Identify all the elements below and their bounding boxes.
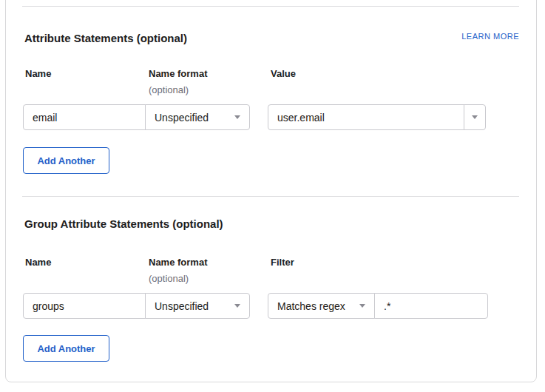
group-filter-value-input[interactable] <box>374 293 488 319</box>
value-column-label: Value <box>271 68 296 79</box>
attribute-statement-row: Unspecified <box>23 104 486 130</box>
settings-card <box>5 0 537 382</box>
column-gap <box>250 293 268 319</box>
group-attribute-statement-row: Unspecified Matches regex <box>23 293 488 319</box>
attribute-value-dropdown-button[interactable] <box>464 104 486 130</box>
attribute-name-input[interactable] <box>23 104 146 130</box>
name-format-optional-note: (optional) <box>149 84 189 95</box>
group-name-column-label: Name <box>25 257 51 268</box>
group-filter-type-select[interactable]: Matches regex <box>268 293 375 319</box>
group-name-format-selected-value: Unspecified <box>155 300 209 312</box>
section-divider <box>22 196 519 197</box>
add-another-attribute-button[interactable]: Add Another <box>23 147 109 174</box>
group-name-format-column-label: Name format <box>149 257 207 268</box>
group-name-format-optional-note: (optional) <box>149 273 189 284</box>
column-gap <box>250 104 268 130</box>
section-divider <box>22 6 519 7</box>
group-attribute-statements-title: Group Attribute Statements (optional) <box>24 217 223 230</box>
name-column-label: Name <box>25 68 51 79</box>
add-another-group-attribute-button[interactable]: Add Another <box>23 335 109 362</box>
attribute-name-format-selected-value: Unspecified <box>155 112 209 124</box>
attribute-name-format-select[interactable]: Unspecified <box>145 104 250 130</box>
group-attribute-name-input[interactable] <box>23 293 146 319</box>
learn-more-link[interactable]: LEARN MORE <box>461 32 519 41</box>
name-format-column-label: Name format <box>149 68 207 79</box>
chevron-down-icon <box>359 304 365 308</box>
group-name-format-select[interactable]: Unspecified <box>145 293 250 319</box>
attribute-statements-title: Attribute Statements (optional) <box>24 32 187 44</box>
group-filter-type-selected-value: Matches regex <box>277 300 345 312</box>
chevron-down-icon <box>234 115 240 119</box>
chevron-down-icon <box>234 304 240 308</box>
chevron-down-icon <box>472 115 478 119</box>
filter-column-label: Filter <box>271 257 294 268</box>
attribute-value-input[interactable] <box>268 104 464 130</box>
